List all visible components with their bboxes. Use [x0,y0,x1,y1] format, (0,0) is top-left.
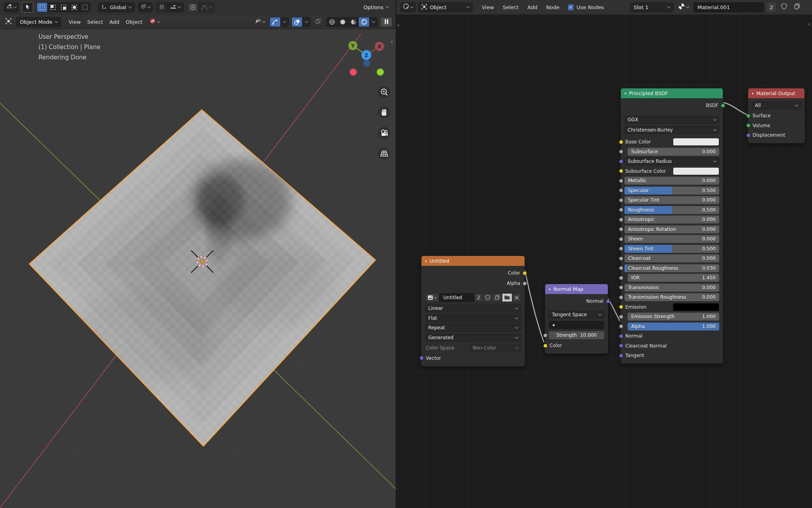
plane-object[interactable] [29,110,375,446]
proportional-falloff-dropdown[interactable] [198,3,214,12]
slider-sheen-tint[interactable]: Sheen Tint0.500 [624,245,719,253]
strength-slider[interactable]: Strength 10.000 [549,331,604,339]
uvmap-field[interactable] [549,321,604,329]
socket-volume-in[interactable] [746,123,751,128]
socket-transmission-in[interactable] [619,285,623,290]
gizmo-neg-z-ball[interactable] [364,60,370,67]
image-open-button[interactable] [502,293,512,302]
mode-icon-button[interactable] [3,17,14,27]
collapse-triangle-icon[interactable]: ▾ [752,92,754,95]
object-visibility-dropdown[interactable] [253,17,267,27]
dropdown-flat[interactable]: Flat [425,314,521,322]
menu-object[interactable]: Object [123,17,145,27]
socket-roughness-in[interactable] [619,208,623,212]
slider-emission-strength[interactable]: Emission Strength1.000 [628,313,719,321]
slider-roughness[interactable]: Roughness0.500 [624,206,719,214]
gizmo-dropdown[interactable] [281,17,289,27]
swatch-emission[interactable] [673,303,719,311]
image-unlink-button[interactable]: × [512,293,521,302]
shading-rendered[interactable] [359,17,370,27]
swatch-subsurface-color[interactable] [673,167,719,175]
collapse-triangle-icon[interactable]: ▾ [425,259,427,263]
socket-normal-in[interactable] [619,334,623,338]
editor-type-button[interactable] [4,2,19,12]
socket-metallic-in[interactable] [619,179,623,183]
slider-alpha[interactable]: Alpha1.000 [628,323,719,330]
menu-select[interactable]: Select [84,17,106,27]
material-users-count[interactable]: 2 [766,2,776,12]
active-object-type-dropdown[interactable] [147,17,162,27]
socket-color-out[interactable] [523,271,527,275]
slider-metallic[interactable]: Metallic0.000 [624,177,719,185]
zoom-button[interactable] [378,86,390,98]
slider-specular[interactable]: Specular0.500 [624,187,719,195]
socket-alpha-in[interactable] [619,324,623,328]
socket-specular-in[interactable] [619,188,623,193]
target-dropdown[interactable]: All [752,101,801,109]
fake-user-shield-button[interactable] [779,2,789,12]
collapse-triangle-icon[interactable]: ▾ [624,92,626,95]
socket-color-in[interactable] [543,344,548,348]
socket-clearcoat-in[interactable] [619,256,623,261]
overlays-dropdown[interactable] [303,17,310,27]
snap-target-dropdown[interactable] [167,3,184,12]
socket-anisotropic-in[interactable] [619,218,623,222]
node-material-output-header[interactable]: ▾ Material Output [748,88,804,98]
menu-add[interactable]: Add [107,17,122,27]
socket-clearcoat-roughness-in[interactable] [619,266,623,270]
select-mode-extend[interactable] [80,3,90,12]
image-browse-button[interactable] [425,293,439,302]
slider-transmission-roughness[interactable]: Transmission Roughness0.000 [624,293,719,301]
xray-toggle[interactable] [313,17,324,27]
menu-add[interactable]: Add [525,2,540,12]
slider-anisotropic-rotation[interactable]: Anisotropic Rotation0.000 [624,225,719,233]
pause-render-button[interactable] [380,17,393,27]
node-normal-map-header[interactable]: ▾ Normal Map [545,284,608,294]
slider-subsurface[interactable]: Subsurface0.000 [628,148,719,156]
subsurface-method-dropdown[interactable]: Christensen-Burley [624,126,719,134]
slider-transmission[interactable]: Transmission0.000 [624,284,719,292]
socket-tangent-in[interactable] [619,353,623,358]
show-overlays-toggle[interactable] [292,17,303,27]
show-gizmo-toggle[interactable] [270,17,281,27]
node-material-output[interactable]: ▾ Material Output All SurfaceVolumeDispl… [748,88,805,143]
color-space-dropdown[interactable]: Non-Color [469,344,521,352]
swatch-base-color[interactable] [673,138,719,146]
distribution-dropdown[interactable]: GGX [624,116,719,124]
dropdown-repeat[interactable]: Repeat [425,324,521,332]
node-normal-map[interactable]: ▾ Normal Map Normal Tangent Space [545,284,608,354]
shading-dropdown[interactable] [370,17,377,27]
slot-dropdown[interactable]: Slot 1 [630,2,674,12]
viewport-canvas[interactable] [0,29,396,508]
node-image-texture[interactable]: ▾ Untitled Color Alpha Untitled [421,256,525,367]
active-tool-button[interactable] [22,2,33,13]
gizmo-neg-x-ball[interactable] [350,69,357,76]
socket-sheen-tint-in[interactable] [619,246,623,251]
proportional-edit-toggle[interactable] [188,3,198,12]
socket-emission-strength-in[interactable] [619,315,623,319]
navigation-gizmo[interactable]: Y X Z [339,29,395,81]
socket-ior-in[interactable] [619,276,623,280]
orthographic-toggle-button[interactable] [378,147,390,160]
slider-anisotropic[interactable]: Anisotropic0.000 [624,216,719,223]
select-mode-circle[interactable] [58,3,69,12]
mode-dropdown[interactable]: Object Mode [16,17,61,27]
socket-surface-in[interactable] [746,114,751,118]
socket-vector-in[interactable] [419,356,424,360]
socket-bsdf-out[interactable] [721,103,725,108]
snap-toggle[interactable] [156,3,167,12]
image-fake-user-button[interactable] [483,293,492,302]
socket-emission-in[interactable] [619,305,623,309]
pan-button[interactable] [378,106,390,118]
image-duplicate-button[interactable] [492,293,502,302]
socket-clearcoat-normal-in[interactable] [619,344,623,348]
gizmo-neg-y-ball[interactable] [377,69,384,76]
socket-specular-tint-in[interactable] [619,198,623,202]
select-mode-lasso[interactable] [69,3,80,12]
dropdown-generated[interactable]: Generated [425,334,521,342]
node-principled-header[interactable]: ▾ Principled BSDF [621,88,723,98]
new-material-button[interactable] [792,2,802,12]
space-dropdown[interactable]: Tangent Space [549,311,604,319]
material-name-field[interactable]: Material.001 [693,2,764,12]
slider-ior[interactable]: IOR1.450 [628,274,719,282]
